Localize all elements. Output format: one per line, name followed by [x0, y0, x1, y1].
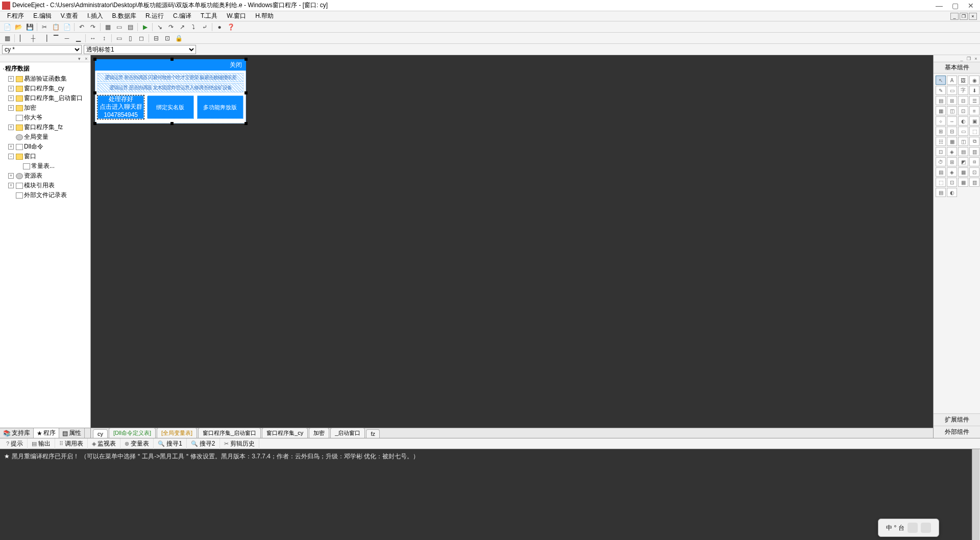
tree-expander-icon[interactable]: +	[8, 105, 14, 111]
project-tree[interactable]: 程序数据 +易游验证函数集+窗口程序集_cy+窗口程序集_启动窗口+加密你大爷+…	[0, 62, 90, 428]
component-item[interactable]: ≡	[969, 106, 979, 115]
tab-support-lib[interactable]: 📚支持库	[0, 428, 34, 438]
tree-expander-icon[interactable]: +	[8, 76, 14, 82]
component-item[interactable]: ▤	[958, 147, 968, 156]
editor-tab[interactable]: 窗口程序集_启动窗口	[198, 428, 261, 438]
tree-expander-icon[interactable]: +	[8, 144, 14, 150]
object-selector[interactable]: cy *	[2, 45, 82, 54]
maximize-icon[interactable]: ▢	[952, 2, 959, 10]
component-item[interactable]: ◫	[947, 106, 957, 115]
tree-item[interactable]: +模块引用表	[1, 181, 89, 190]
component-item[interactable]: ◐	[947, 188, 957, 197]
center-v-icon[interactable]: ⊡	[162, 34, 173, 43]
tree-item[interactable]: 常量表...	[1, 161, 89, 171]
component-item[interactable]: ◫	[958, 137, 968, 146]
component-item[interactable]: ☷	[936, 137, 946, 146]
tree-item[interactable]: 你大爷	[1, 113, 89, 122]
resize-handle[interactable]	[170, 58, 174, 61]
output-tab[interactable]: 🔍搜寻2	[187, 438, 220, 449]
component-item[interactable]: ▦	[936, 106, 946, 115]
component-item[interactable]: ⬚	[969, 127, 979, 136]
component-item[interactable]: ☰	[969, 96, 979, 105]
component-item[interactable]: ▭	[947, 86, 957, 95]
save-icon[interactable]: 💾	[24, 22, 35, 32]
menu-tools[interactable]: T.工具	[198, 11, 220, 21]
dist-v-icon[interactable]: ↕	[99, 34, 109, 43]
component-item[interactable]: ⟐	[936, 116, 946, 126]
design-button-2[interactable]: 绑定实名版	[147, 95, 193, 119]
paste-icon[interactable]: 📄	[62, 22, 72, 32]
panel-pin-icon[interactable]: ▾	[76, 56, 82, 61]
scrollbar[interactable]	[972, 449, 980, 540]
control-selector[interactable]: 透明标签1	[84, 45, 196, 54]
output-tab[interactable]: ?提示	[2, 438, 28, 449]
run-icon[interactable]: ▶	[140, 22, 150, 32]
component-item[interactable]: ◉	[969, 76, 979, 85]
component-item[interactable]: ✎	[936, 86, 946, 95]
component-item[interactable]: ▦	[958, 167, 968, 177]
resize-handle[interactable]	[93, 91, 96, 94]
panel-close-icon[interactable]: ×	[973, 56, 979, 61]
transparent-label-1[interactable]: 逻辑运算 射击协调器 闪避何敢推个吃才宝瓷荣 躲避击败碰撞依差	[97, 73, 243, 82]
component-item[interactable]: ⧈	[969, 157, 979, 166]
resize-handle[interactable]	[244, 58, 248, 61]
menu-view[interactable]: V.查看	[58, 11, 81, 21]
component-item[interactable]: ▦	[947, 137, 957, 146]
editor-tab[interactable]: cy	[93, 429, 108, 438]
output-tab[interactable]: ✂剪辑历史	[220, 438, 259, 449]
resize-handle[interactable]	[93, 58, 96, 61]
align-top-icon[interactable]: ▔	[51, 34, 61, 43]
extend-components-button[interactable]: 扩展组件	[934, 413, 980, 426]
undo-icon[interactable]: ↶	[77, 22, 87, 32]
panel-icon[interactable]: ▤	[125, 22, 135, 32]
component-item[interactable]: A	[947, 76, 957, 85]
tree-item[interactable]: +窗口程序集_fz	[1, 122, 89, 132]
menu-database[interactable]: B.数据库	[109, 11, 139, 21]
tree-item[interactable]: +资源表	[1, 171, 89, 181]
tree-expander-icon[interactable]: +	[8, 125, 14, 130]
component-item[interactable]: ⧉	[969, 137, 979, 146]
menu-program[interactable]: F.程序	[4, 11, 27, 21]
step-over-icon[interactable]: ↷	[166, 22, 176, 32]
step-icon[interactable]: ⤵	[188, 22, 199, 32]
tree-item[interactable]: +窗口程序集_cy	[1, 84, 89, 93]
component-item[interactable]: ▤	[936, 96, 946, 105]
editor-tab[interactable]: 加密	[309, 428, 329, 438]
step-back-icon[interactable]: ⤶	[200, 22, 210, 32]
component-item[interactable]: ⊟	[947, 127, 957, 136]
help-icon[interactable]: ❓	[226, 22, 236, 32]
editor-tab[interactable]: _启动窗口	[330, 428, 365, 438]
output-tab[interactable]: ⊗变量表	[120, 438, 154, 449]
component-item[interactable]: ⊟	[958, 96, 968, 105]
window-icon[interactable]: ▭	[114, 22, 124, 32]
tree-item[interactable]: +Dll命令	[1, 142, 89, 152]
component-item[interactable]: ▭	[958, 127, 968, 136]
align-grid-icon[interactable]: ▦	[2, 34, 12, 43]
tab-program[interactable]: ★程序	[34, 428, 59, 438]
cut-icon[interactable]: ✂	[39, 22, 50, 32]
close-icon[interactable]: ✕	[968, 2, 974, 10]
dist-h-icon[interactable]: ↔	[88, 34, 98, 43]
grid-icon[interactable]: ▦	[103, 22, 113, 32]
lock-icon[interactable]: 🔒	[174, 34, 184, 43]
output-tab[interactable]: ◈监视表	[88, 438, 120, 449]
external-components-button[interactable]: 外部组件	[934, 426, 980, 438]
breakpoint-icon[interactable]: ●	[214, 22, 225, 32]
resize-handle[interactable]	[244, 91, 248, 94]
tab-properties[interactable]: ▤属性	[59, 428, 85, 438]
component-item[interactable]: ↖	[936, 76, 946, 85]
editor-tab[interactable]: fz	[366, 429, 380, 438]
tree-expander-icon[interactable]: +	[8, 183, 14, 188]
tree-expander-icon[interactable]: +	[8, 173, 14, 179]
menu-help[interactable]: H.帮助	[252, 11, 277, 21]
editor-tab[interactable]: [Dll命令定义表]	[109, 428, 156, 438]
component-item[interactable]: ◈	[947, 147, 957, 156]
output-tab[interactable]: ▤输出	[28, 438, 55, 449]
same-width-icon[interactable]: ▭	[114, 34, 124, 43]
component-item[interactable]: ⊡	[936, 147, 946, 156]
minimize-icon[interactable]: —	[936, 2, 943, 10]
editor-tab[interactable]: [全局变量表]	[157, 428, 197, 438]
component-item[interactable]: ↔	[947, 116, 957, 126]
ime-indicator[interactable]: 中 ° 台	[878, 519, 939, 537]
tree-expander-icon[interactable]: +	[8, 86, 14, 91]
